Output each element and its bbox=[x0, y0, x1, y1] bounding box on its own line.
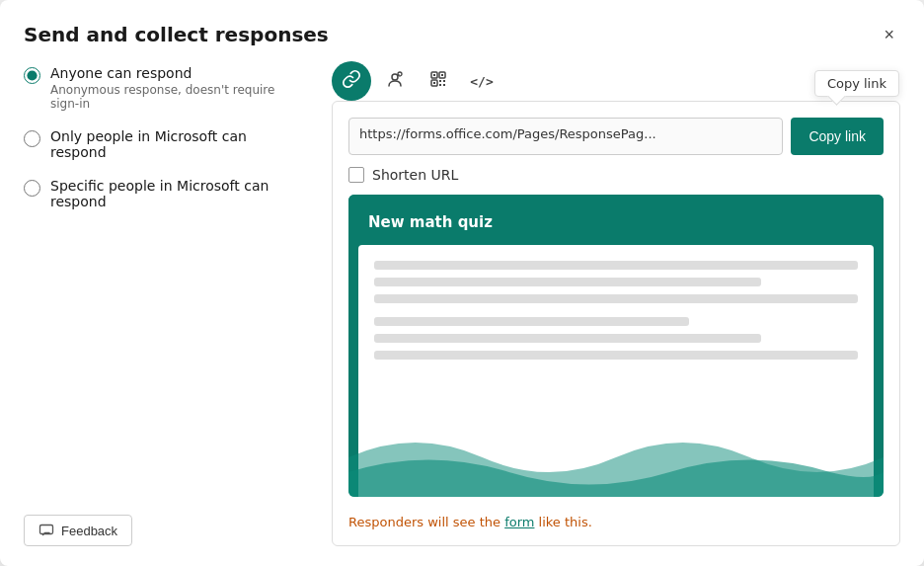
responders-note-suffix: like this. bbox=[534, 515, 591, 529]
qr-icon bbox=[428, 69, 448, 94]
tab-link[interactable] bbox=[332, 61, 371, 101]
feedback-label: Feedback bbox=[61, 524, 117, 538]
radio-anyone[interactable] bbox=[24, 67, 40, 84]
svg-rect-11 bbox=[443, 84, 445, 86]
shorten-url-checkbox[interactable] bbox=[348, 167, 364, 183]
preview-title: New math quiz bbox=[368, 213, 493, 231]
radio-option-specific[interactable]: Specific people in Microsoft can respond bbox=[24, 178, 300, 209]
responders-note-link[interactable]: form bbox=[504, 515, 534, 529]
svg-rect-7 bbox=[433, 82, 435, 84]
dialog-header: Send and collect responses × bbox=[0, 0, 924, 57]
form-preview: New math quiz bbox=[348, 195, 884, 497]
url-row: https://forms.office.com/Pages/ResponseP… bbox=[348, 118, 884, 155]
copy-tooltip: Copy link bbox=[814, 70, 899, 97]
feedback-button[interactable]: Feedback bbox=[24, 515, 132, 546]
dialog-title: Send and collect responses bbox=[24, 23, 329, 46]
copy-link-button[interactable]: Copy link bbox=[791, 118, 884, 155]
preview-line-1 bbox=[374, 261, 858, 270]
radio-microsoft-label: Only people in Microsoft can respond bbox=[50, 128, 300, 160]
shorten-url-label[interactable]: Shorten URL bbox=[372, 167, 458, 183]
svg-rect-10 bbox=[439, 84, 441, 86]
svg-rect-5 bbox=[433, 74, 435, 76]
content-card: Copy link https://forms.office.com/Pages… bbox=[332, 101, 900, 546]
url-field: https://forms.office.com/Pages/ResponseP… bbox=[348, 118, 783, 155]
preview-line-4 bbox=[374, 317, 689, 326]
dialog-body: Anyone can respond Anonymous response, d… bbox=[0, 57, 924, 566]
shorten-url-row: Shorten URL bbox=[348, 167, 884, 183]
embed-icon: </> bbox=[470, 74, 493, 89]
feedback-icon bbox=[38, 523, 54, 538]
close-button[interactable]: × bbox=[878, 22, 900, 47]
tab-share[interactable] bbox=[375, 61, 415, 101]
responders-note-prefix: Responders will see the bbox=[348, 515, 504, 529]
radio-anyone-label: Anyone can respond bbox=[50, 65, 300, 81]
preview-line-6 bbox=[374, 351, 858, 360]
right-panel: </> Copy link https://forms.office.com/P… bbox=[332, 57, 900, 546]
link-icon bbox=[342, 69, 361, 94]
preview-line-3 bbox=[374, 294, 858, 303]
preview-line-5 bbox=[374, 334, 761, 343]
left-panel: Anyone can respond Anonymous response, d… bbox=[24, 57, 300, 546]
radio-option-microsoft[interactable]: Only people in Microsoft can respond bbox=[24, 128, 300, 160]
preview-header: New math quiz bbox=[348, 195, 884, 245]
svg-rect-8 bbox=[439, 80, 441, 82]
tab-qr[interactable] bbox=[419, 61, 458, 101]
radio-microsoft[interactable] bbox=[24, 130, 40, 147]
radio-specific-label: Specific people in Microsoft can respond bbox=[50, 178, 300, 209]
responders-note: Responders will see the form like this. bbox=[348, 515, 884, 529]
svg-point-0 bbox=[392, 74, 398, 80]
share-icon bbox=[385, 69, 405, 94]
tab-embed[interactable]: </> bbox=[462, 61, 501, 101]
radio-option-anyone[interactable]: Anyone can respond Anonymous response, d… bbox=[24, 65, 300, 111]
radio-anyone-sublabel: Anonymous response, doesn't require sign… bbox=[50, 83, 300, 111]
radio-specific[interactable] bbox=[24, 180, 40, 197]
svg-rect-9 bbox=[443, 80, 445, 82]
preview-line-2 bbox=[374, 278, 761, 286]
preview-wave bbox=[348, 418, 884, 497]
send-collect-dialog: Send and collect responses × Anyone can … bbox=[0, 0, 924, 566]
svg-rect-6 bbox=[441, 74, 443, 76]
